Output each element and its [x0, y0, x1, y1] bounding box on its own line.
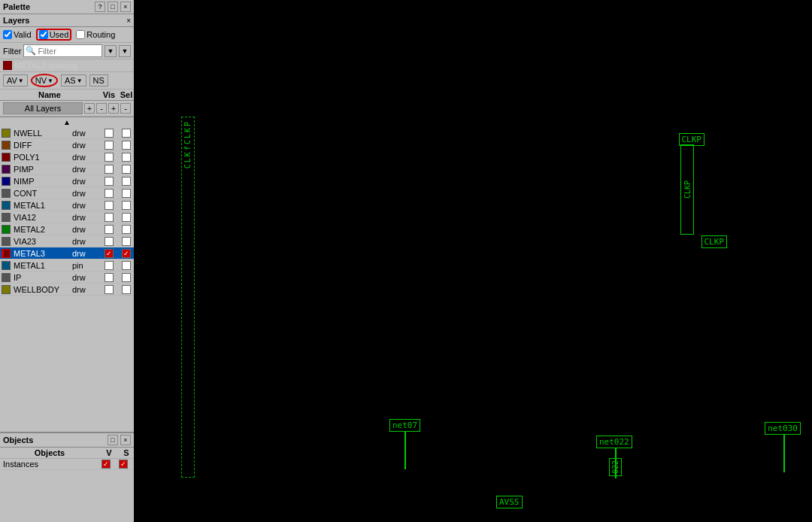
- sel-checkbox[interactable]: [122, 225, 131, 234]
- routing-checkbox-label[interactable]: Routing: [76, 30, 115, 39]
- all-layers-plus1[interactable]: +: [84, 103, 95, 114]
- objects-restore[interactable]: □: [108, 435, 118, 445]
- layer-vis[interactable]: [99, 213, 119, 222]
- layer-vis[interactable]: [99, 141, 119, 150]
- sel-checkbox[interactable]: [122, 285, 131, 294]
- layer-vis[interactable]: [99, 225, 119, 234]
- sel-checkbox[interactable]: [122, 261, 131, 270]
- instances-vis-check[interactable]: [102, 460, 111, 469]
- as-button[interactable]: AS ▼: [61, 74, 86, 86]
- sel-checkbox[interactable]: [122, 165, 131, 174]
- layer-row[interactable]: METAL2 drw: [0, 223, 134, 235]
- filter-dropdown[interactable]: ▼: [105, 45, 117, 57]
- layer-row[interactable]: WELLBODY drw: [0, 284, 134, 296]
- vis-checkbox[interactable]: [105, 129, 114, 138]
- layer-vis[interactable]: [99, 273, 119, 282]
- layer-sel[interactable]: [119, 213, 134, 222]
- sel-checkbox[interactable]: [122, 237, 131, 246]
- filter-options[interactable]: ▼: [119, 45, 131, 57]
- layer-row[interactable]: NWELL drw: [0, 127, 134, 139]
- sel-checkbox[interactable]: [122, 153, 131, 162]
- vis-checkbox[interactable]: [105, 261, 114, 270]
- instances-vis[interactable]: [96, 460, 116, 469]
- vis-checkbox[interactable]: [105, 285, 114, 294]
- layer-vis[interactable]: [99, 177, 119, 186]
- sel-checkbox[interactable]: [122, 129, 131, 138]
- vis-checkbox[interactable]: [105, 237, 114, 246]
- instances-sel[interactable]: [116, 460, 131, 469]
- instances-sel-check[interactable]: [119, 460, 128, 469]
- sel-checkbox[interactable]: [122, 189, 131, 198]
- vis-checkbox[interactable]: [105, 225, 114, 234]
- vis-checkbox[interactable]: [105, 153, 114, 162]
- layer-sel[interactable]: [119, 129, 134, 138]
- vis-checkbox[interactable]: [105, 249, 114, 258]
- sel-checkbox[interactable]: [122, 249, 131, 258]
- used-checkbox-label[interactable]: Used: [36, 29, 72, 41]
- layer-sel[interactable]: [119, 225, 134, 234]
- layer-row-metal3[interactable]: METAL3 drw: [0, 247, 134, 259]
- layer-vis[interactable]: [99, 165, 119, 174]
- vis-checkbox[interactable]: [105, 273, 114, 282]
- all-layers-minus2[interactable]: -: [120, 103, 131, 114]
- valid-checkbox[interactable]: [3, 30, 12, 39]
- filter-input[interactable]: [38, 47, 100, 56]
- all-layers-minus1[interactable]: -: [96, 103, 107, 114]
- layer-sel[interactable]: [119, 141, 134, 150]
- layer-vis[interactable]: [99, 261, 119, 270]
- vis-checkbox[interactable]: [105, 201, 114, 210]
- vis-checkbox[interactable]: [105, 141, 114, 150]
- layer-vis[interactable]: [99, 129, 119, 138]
- sel-checkbox[interactable]: [122, 273, 131, 282]
- routing-checkbox[interactable]: [76, 30, 85, 39]
- vis-checkbox[interactable]: [105, 213, 114, 222]
- layer-sel[interactable]: [119, 273, 134, 282]
- layer-row[interactable]: VIA23 drw: [0, 235, 134, 247]
- av-button[interactable]: AV ▼: [3, 74, 28, 86]
- layer-vis[interactable]: [99, 201, 119, 210]
- sel-checkbox[interactable]: [122, 177, 131, 186]
- layer-row[interactable]: IP drw: [0, 272, 134, 284]
- vis-checkbox[interactable]: [105, 165, 114, 174]
- vis-checkbox[interactable]: [105, 189, 114, 198]
- sel-checkbox[interactable]: [122, 141, 131, 150]
- layer-row[interactable]: NIMP drw: [0, 175, 134, 187]
- all-layers-plus2[interactable]: +: [108, 103, 119, 114]
- layer-vis[interactable]: [99, 237, 119, 246]
- layer-row[interactable]: DIFF drw: [0, 139, 134, 151]
- layer-sel[interactable]: [119, 237, 134, 246]
- layer-vis[interactable]: [99, 249, 119, 258]
- layer-row[interactable]: CONT drw: [0, 187, 134, 199]
- layer-sel[interactable]: [119, 165, 134, 174]
- layer-sel[interactable]: [119, 201, 134, 210]
- layer-row[interactable]: PIMP drw: [0, 163, 134, 175]
- layer-sel[interactable]: [119, 177, 134, 186]
- sel-checkbox[interactable]: [122, 213, 131, 222]
- instances-row[interactable]: Instances: [0, 459, 134, 470]
- valid-checkbox-label[interactable]: Valid: [3, 30, 32, 39]
- canvas-area[interactable]: CLKfCLKP CLKP CLKP CLKP net07 net022 022…: [134, 0, 812, 522]
- palette-minimize[interactable]: ?: [95, 2, 105, 12]
- scroll-up[interactable]: ▲: [0, 117, 134, 127]
- layer-vis[interactable]: [99, 285, 119, 294]
- layer-row[interactable]: METAL1 pin: [0, 259, 134, 272]
- layer-sel[interactable]: [119, 249, 134, 258]
- palette-restore[interactable]: □: [108, 2, 118, 12]
- layer-sel[interactable]: [119, 153, 134, 162]
- used-checkbox[interactable]: [39, 30, 48, 39]
- layer-vis[interactable]: [99, 189, 119, 198]
- nv-button[interactable]: NV ▼: [31, 74, 58, 87]
- objects-close[interactable]: ×: [120, 435, 131, 445]
- sel-checkbox[interactable]: [122, 201, 131, 210]
- layer-vis[interactable]: [99, 153, 119, 162]
- layers-close[interactable]: ×: [126, 17, 131, 25]
- ns-button[interactable]: NS: [89, 74, 108, 86]
- layer-sel[interactable]: [119, 261, 134, 270]
- layer-sel[interactable]: [119, 285, 134, 294]
- palette-close[interactable]: ×: [120, 2, 131, 12]
- layer-row[interactable]: METAL1 drw: [0, 199, 134, 211]
- vis-checkbox[interactable]: [105, 177, 114, 186]
- layer-row[interactable]: POLY1 drw: [0, 151, 134, 163]
- layer-row[interactable]: VIA12 drw: [0, 211, 134, 223]
- layer-sel[interactable]: [119, 189, 134, 198]
